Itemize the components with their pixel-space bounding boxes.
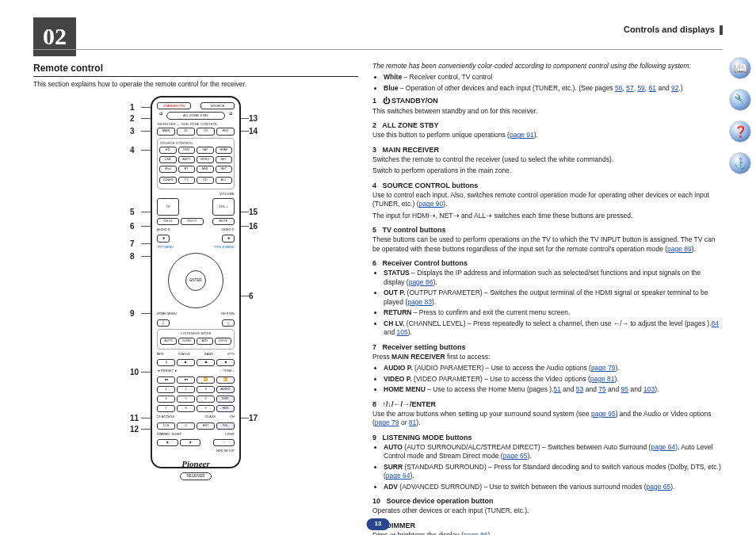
item-1: 1 ⏻ STANDBY/ONThis switches between stan… [372, 96, 723, 116]
remote-intro: This section explains how to operate the… [33, 80, 358, 89]
setup-icon[interactable]: 🔧 [729, 89, 751, 111]
page-link[interactable]: page 64 [651, 443, 675, 451]
item-8: 8 ↑/↓/←/→/ENTERUse the arrow buttons whe… [372, 399, 723, 428]
source-button: SOURCE [200, 102, 235, 110]
page-link[interactable]: page 83 [407, 298, 432, 306]
remote-body: STANDBY/ONSOURCE ⏻ALL ZONE STBY⏻ RECEIVE… [151, 96, 241, 468]
item-10: 10 Source device operation buttonOperate… [372, 496, 723, 516]
page-link[interactable]: page 95 [591, 410, 616, 418]
page-link[interactable]: page 90 [419, 200, 444, 208]
page-link[interactable]: page 65 [503, 452, 528, 460]
tv-ctl-button: TV [157, 198, 179, 216]
page-link[interactable]: page 91 [510, 131, 534, 139]
item-6: 6 Receiver Control buttonsSTATUS – Displ… [372, 258, 723, 337]
page-link[interactable]: 56 [615, 84, 622, 92]
brand-logo: Pioneer [157, 458, 235, 470]
callout-r-6: 6 [249, 291, 254, 302]
anchor-icon[interactable]: ⚓ [729, 152, 751, 174]
callout-r-13: 13 [249, 113, 258, 124]
page-link[interactable]: 75 [598, 385, 605, 393]
page-link[interactable]: page 65 [646, 483, 670, 491]
page-link[interactable]: page 86 [409, 278, 433, 286]
page-number: 13 [367, 518, 390, 530]
callout-3: 3 [130, 126, 135, 137]
item-4: 4 SOURCE CONTROL buttonsUse to control e… [372, 181, 723, 221]
callout-9: 9 [130, 308, 135, 319]
page-link[interactable]: 59 [637, 84, 644, 92]
receiver-badge: RECEIVER [180, 472, 212, 480]
section-header: Controls and displays [624, 24, 723, 36]
page-link[interactable]: page 81 [590, 375, 615, 383]
callout-7: 7 [130, 239, 135, 250]
item-3: 3 MAIN RECEIVERSwitches the remote to co… [372, 145, 723, 176]
page-link[interactable]: page 89 [667, 245, 692, 253]
page-link[interactable]: 61 [649, 84, 656, 92]
callout-5: 5 [130, 207, 135, 218]
callout-r-16: 16 [249, 221, 258, 232]
item-5: 5 TV control buttonsThese buttons can be… [372, 225, 723, 254]
page-link[interactable]: page 79 [591, 364, 616, 372]
callout-10: 10 [130, 367, 139, 378]
callout-8: 8 [130, 251, 135, 262]
callout-r-17: 17 [249, 413, 258, 424]
page-link[interactable]: 103 [643, 385, 655, 393]
chapter-number: 02 [33, 17, 76, 56]
page-link[interactable]: 84 [712, 319, 719, 327]
book-icon[interactable]: 📖 [729, 57, 751, 79]
item-2: 2 ALL ZONE STBYUse this button to perfor… [372, 120, 723, 140]
remote-control-heading: Remote control [33, 62, 358, 77]
item-11: 11 DIMMERDims or brightens the display (… [372, 521, 723, 535]
callout-r-15: 15 [249, 207, 258, 218]
side-nav-icons: 📖 🔧 ❓ ⚓ [729, 57, 751, 174]
page-link[interactable]: 57 [626, 84, 633, 92]
dpad: ENTER [168, 253, 223, 308]
header-rule [33, 49, 723, 50]
page-link[interactable]: 51 [553, 385, 560, 393]
allzone-button: ALL ZONE STBY [166, 112, 225, 120]
callout-2: 2 [130, 113, 135, 124]
page-link[interactable]: 105 [397, 328, 408, 336]
remote-diagram: 123456789101112 13141516617 STANDBY/ONSO… [33, 96, 358, 476]
item-9: 9 LISTENING MODE buttonsAUTO (AUTO SURRO… [372, 433, 723, 491]
callout-4: 4 [130, 145, 135, 156]
page-link[interactable]: 95 [621, 385, 628, 393]
description-column: The remote has been conveniently color-c… [372, 62, 723, 535]
callout-1: 1 [130, 102, 135, 113]
volume-button: VOL + [212, 198, 235, 216]
page-link[interactable]: page 86 [464, 531, 488, 535]
page-link[interactable]: 81 [409, 418, 416, 426]
page-link[interactable]: 92 [671, 84, 678, 92]
color-code-lead: The remote has been conveniently color-c… [372, 62, 723, 71]
page-link[interactable]: page 79 [375, 418, 399, 426]
item-7: 7 Receiver setting buttonsPress MAIN REC… [372, 342, 723, 395]
callout-6: 6 [130, 221, 135, 232]
help-icon[interactable]: ❓ [729, 120, 751, 143]
color-code-list: White – Receiver control, TV controlBlue… [372, 73, 723, 93]
page-link[interactable]: page 64 [386, 472, 410, 480]
callout-11: 11 [130, 413, 139, 424]
callout-12: 12 [130, 424, 139, 435]
standby-button: STANDBY/ON [157, 102, 191, 110]
callout-r-14: 14 [249, 126, 258, 137]
page-link[interactable]: 53 [576, 385, 583, 393]
